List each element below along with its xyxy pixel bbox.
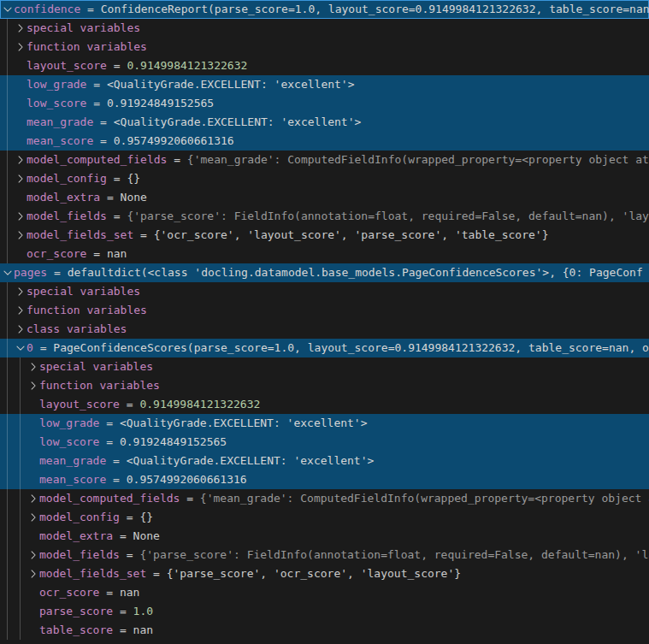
equals-sign: = [133,226,153,245]
variable-value: 0.91924849152565 [107,94,214,113]
indent-guide [7,301,8,320]
chevron-right-icon[interactable] [14,285,27,298]
chevron-right-icon[interactable] [14,153,27,167]
variable-row-function-variables[interactable]: function variables [0,376,649,395]
variable-value: nan [133,621,153,640]
variable-row-low-score[interactable]: low_score = 0.91924849152565 [0,433,649,452]
variable-name: model_fields_set [39,564,146,583]
variable-row-model-config[interactable]: model_config = {} [0,508,649,527]
indent-guide [20,414,21,433]
chevron-down-icon[interactable] [1,3,14,16]
variable-row-ocr-score[interactable]: ocr_score = nan [0,583,649,602]
variable-row-function-variables[interactable]: function variables [0,301,649,320]
variable-row-ocr-score[interactable]: ocr_score = nan [0,245,649,263]
variable-row-model-fields[interactable]: model_fields = {'parse_score': FieldInfo… [0,546,649,564]
variable-row-confidence[interactable]: confidence = ConfidenceReport(parse_scor… [0,0,649,19]
indent-guide [7,376,8,395]
variable-row-low-grade[interactable]: low_grade = <QualityGrade.EXCELLENT: 'ex… [0,414,649,433]
chevron-down-icon[interactable] [14,341,27,355]
variable-value: <QualityGrade.EXCELLENT: 'excellent'> [114,113,362,132]
equals-sign: = [167,151,186,169]
variable-name: model_extra [27,188,100,207]
chevron-right-icon[interactable] [14,210,27,223]
variable-row-model-extra[interactable]: model_extra = None [0,188,649,207]
indent-guide [7,470,8,489]
chevron-right-icon[interactable] [14,21,27,35]
chevron-right-icon[interactable] [27,379,39,393]
variable-value: None [121,188,147,207]
indent-guide [7,113,8,132]
equals-sign: = [120,508,139,527]
indent-guide [20,564,21,583]
variable-name: model_config [39,508,120,527]
variable-row-layout-score[interactable]: layout_score = 0.9149984121322632 [0,56,649,75]
chevron-right-icon[interactable] [14,228,27,242]
variable-row-model-fields-set[interactable]: model_fields_set = {'parse_score', 'ocr_… [0,564,649,583]
twisty-spacer [27,454,39,468]
variable-value: {'parse_score': FieldInfo(annotation=flo… [127,207,649,226]
variable-row-low-grade[interactable]: low_grade = <QualityGrade.EXCELLENT: 'ex… [0,75,649,94]
variable-value: {'parse_score': FieldInfo(annotation=flo… [139,546,649,564]
chevron-right-icon[interactable] [27,548,39,562]
variable-value: defaultdict(<class 'docling.datamodel.ba… [68,263,643,282]
indent-guide [20,470,21,489]
variable-row-mean-grade[interactable]: mean_grade = <QualityGrade.EXCELLENT: 'e… [0,452,649,470]
variable-row-model-computed-fields[interactable]: model_computed_fields = {'mean_grade': C… [0,151,649,169]
variable-name: class variables [27,320,127,339]
equals-sign: = [93,113,113,132]
variable-row-special-variables[interactable]: special variables [0,357,649,376]
variable-name: function variables [39,376,160,395]
indent-guide [7,188,8,207]
variable-row-mean-score[interactable]: mean_score = 0.9574992060661316 [0,470,649,489]
chevron-right-icon[interactable] [27,360,39,374]
variable-value: <QualityGrade.EXCELLENT: 'excellent'> [107,75,355,94]
variable-name: mean_grade [27,113,93,132]
indent-guide [7,151,8,169]
variable-row-layout-score[interactable]: layout_score = 0.9149984121322632 [0,395,649,414]
indent-guide [7,357,8,376]
chevron-right-icon[interactable] [14,322,27,336]
variable-row-parse-score[interactable]: parse_score = 1.0 [0,602,649,621]
variable-value: {'mean_grade': ComputedFieldInfo(wrapped… [187,151,649,169]
variable-name: special variables [27,282,140,301]
variable-row-model-extra[interactable]: model_extra = None [0,527,649,546]
variable-row-model-computed-fields[interactable]: model_computed_fields = {'mean_grade': C… [0,489,649,508]
variable-name: low_score [39,433,99,452]
variable-row-mean-grade[interactable]: mean_grade = <QualityGrade.EXCELLENT: 'e… [0,113,649,132]
twisty-spacer [27,398,39,411]
chevron-right-icon[interactable] [27,492,39,505]
variable-row-function-variables[interactable]: function variables [0,38,649,56]
variable-row-table-score[interactable]: table_score = nan [0,621,649,640]
variable-row-model-config[interactable]: model_config = {} [0,169,649,188]
chevron-right-icon[interactable] [14,40,27,54]
equals-sign: = [93,132,113,151]
equals-sign: = [120,546,139,564]
indent-guide [20,527,21,546]
indent-guide [20,395,21,414]
indent-guide [20,583,21,602]
variable-row-pages[interactable]: pages = defaultdict(<class 'docling.data… [0,263,649,282]
chevron-right-icon[interactable] [14,304,27,317]
variable-name: model_fields_set [27,226,133,245]
variable-row-model-fields[interactable]: model_fields = {'parse_score': FieldInfo… [0,207,649,226]
variable-value: <QualityGrade.EXCELLENT: 'excellent'> [127,452,375,470]
chevron-down-icon[interactable] [1,266,14,280]
variable-value: 1.0 [133,602,153,621]
variable-row-mean-score[interactable]: mean_score = 0.9574992060661316 [0,132,649,151]
twisty-spacer [27,435,39,449]
variable-value: ConfidenceReport(parse_score=1.0, layout… [101,0,649,19]
equals-sign: = [107,169,127,188]
variable-name: pages [14,263,47,282]
variable-row-model-fields-set[interactable]: model_fields_set = {'ocr_score', 'layout… [0,226,649,245]
indent-guide [7,527,8,546]
variable-name: function variables [27,301,147,320]
variable-row-low-score[interactable]: low_score = 0.91924849152565 [0,94,649,113]
variable-row-special-variables[interactable]: special variables [0,19,649,38]
variable-row-0[interactable]: 0 = PageConfidenceScores(parse_score=1.0… [0,339,649,357]
chevron-right-icon[interactable] [27,511,39,524]
chevron-right-icon[interactable] [27,567,39,581]
chevron-right-icon[interactable] [14,172,27,186]
variable-row-class-variables[interactable]: class variables [0,320,649,339]
variable-value: PageConfidenceScores(parse_score=1.0, la… [53,339,649,357]
variable-row-special-variables[interactable]: special variables [0,282,649,301]
